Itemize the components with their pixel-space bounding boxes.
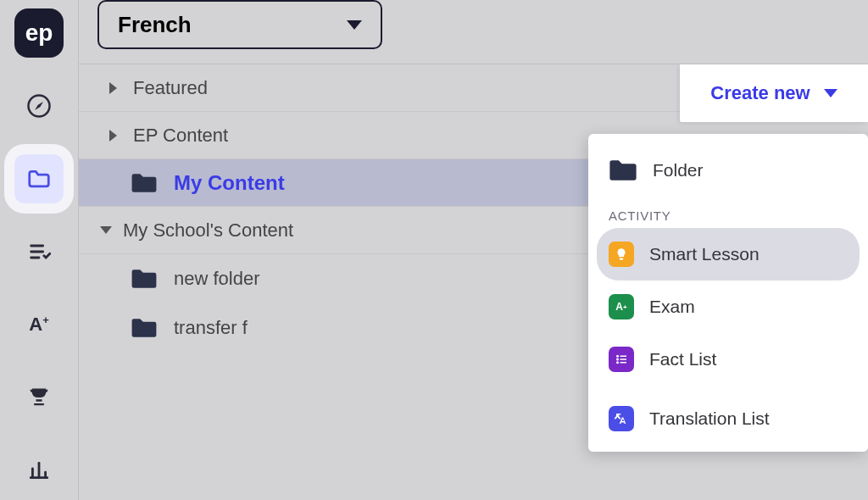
tree-label: Featured (133, 77, 208, 99)
folder-icon[interactable] (14, 154, 64, 203)
brand-logo[interactable]: ep (14, 8, 64, 58)
create-new-menu: Folder ACTIVITY Smart Lesson A+ Exam (588, 134, 868, 452)
tree-label: My School's Content (123, 219, 293, 242)
menu-item-folder[interactable]: Folder (597, 146, 860, 195)
folder-icon (131, 269, 157, 289)
subject-bar: French (79, 0, 868, 64)
chevron-right-icon (104, 130, 121, 142)
list-icon (609, 347, 634, 372)
menu-item-exam[interactable]: A+ Exam (597, 281, 860, 333)
subject-dropdown[interactable]: French (97, 0, 382, 49)
menu-item-fact-list[interactable]: Fact List (597, 333, 860, 386)
menu-item-label: Translation List (649, 408, 770, 429)
menu-item-translation-list[interactable]: Translation List (588, 386, 868, 452)
svg-point-6 (616, 361, 619, 364)
chart-icon[interactable] (14, 446, 64, 495)
tree-label: transfer f (174, 317, 248, 339)
nav-rail: ep A+ (0, 0, 78, 500)
tree-label: EP Content (133, 125, 228, 147)
svg-rect-7 (620, 362, 627, 364)
svg-marker-1 (35, 102, 43, 110)
main-panel: French Featured EP Content My Content (78, 0, 868, 500)
translate-icon (609, 406, 634, 431)
svg-point-4 (616, 358, 619, 361)
menu-item-label: Fact List (649, 349, 716, 369)
menu-item-label: Exam (649, 297, 695, 317)
folder-icon (131, 318, 157, 338)
trophy-icon[interactable] (14, 373, 64, 422)
subject-label: French (118, 12, 192, 38)
menu-item-smart-lesson[interactable]: Smart Lesson (597, 228, 860, 281)
menu-item-label: Folder (653, 160, 704, 181)
tree-label: My Content (174, 171, 285, 195)
folder-icon (131, 173, 157, 193)
svg-rect-3 (620, 356, 627, 358)
chevron-down-icon (824, 89, 837, 97)
svg-point-2 (616, 355, 619, 358)
create-new-label: Create new (710, 82, 810, 104)
menu-item-label: Smart Lesson (649, 244, 760, 264)
caret-down-icon (347, 20, 362, 30)
svg-rect-5 (620, 358, 627, 360)
folder-icon (609, 159, 637, 181)
tree-label: new folder (174, 268, 260, 290)
create-new-button[interactable]: Create new (680, 64, 868, 122)
app-root: ep A+ French Featured (0, 0, 868, 500)
content-tree: Featured EP Content My Content My School… (79, 64, 868, 500)
grade-icon[interactable]: A+ (14, 300, 64, 349)
lightbulb-icon (609, 242, 634, 267)
checklist-icon[interactable] (14, 227, 64, 276)
exam-icon: A+ (609, 294, 634, 319)
chevron-down-icon (97, 226, 114, 234)
menu-section-heading: ACTIVITY (597, 195, 860, 228)
chevron-right-icon (104, 82, 121, 94)
compass-icon[interactable] (14, 81, 64, 131)
